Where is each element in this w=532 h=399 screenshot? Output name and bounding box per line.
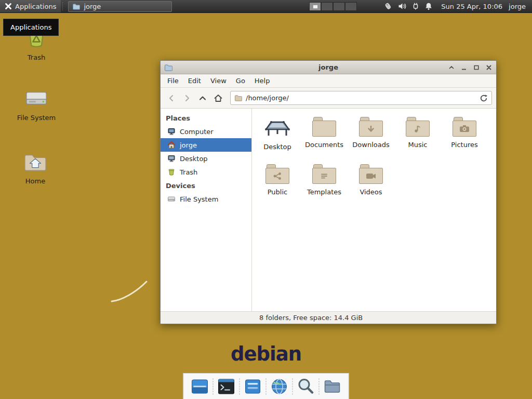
dock-item-file-manager[interactable] [321, 375, 344, 398]
applications-tooltip: Applications [3, 19, 59, 36]
drive-icon [24, 87, 48, 109]
xfce-logo-icon [5, 3, 12, 10]
sidebar-item-computer[interactable]: Computer [161, 125, 251, 138]
file-manager-window: jorge F [160, 60, 497, 324]
folder-icon [312, 164, 336, 184]
folder-item-templates[interactable]: Templates [301, 164, 348, 196]
dock-separator [292, 378, 293, 395]
folder-item-documents[interactable]: Documents [301, 117, 348, 151]
sidebar-header-devices: Devices [161, 179, 251, 192]
menubar: File Edit View Go Help [161, 74, 496, 88]
taskbar-button[interactable]: jorge [68, 1, 172, 12]
reload-icon[interactable] [480, 94, 488, 102]
user-menu[interactable]: jorge [509, 3, 526, 10]
maximize-button[interactable] [473, 64, 480, 71]
video-emblem-icon [366, 172, 376, 180]
folder-item-public[interactable]: Public [254, 164, 301, 196]
folder-item-pictures[interactable]: Pictures [441, 117, 488, 151]
sidebar-item-trash[interactable]: Trash [161, 165, 251, 179]
workspace-window-thumb [313, 5, 318, 9]
back-button[interactable] [165, 91, 178, 105]
folder-label: Videos [360, 188, 382, 196]
dock-separator [240, 378, 240, 395]
menu-go[interactable]: Go [231, 75, 250, 86]
dock-separator [266, 378, 267, 395]
dock-item-desktop[interactable] [189, 375, 211, 398]
workspace-1[interactable] [309, 2, 321, 11]
home-folder-icon [23, 152, 47, 172]
dock-separator [213, 378, 214, 395]
sidebar-item-desktop[interactable]: Desktop [161, 152, 251, 165]
folder-icon [359, 164, 383, 184]
trash-icon [167, 168, 176, 176]
workspace-2[interactable] [321, 2, 333, 11]
folder-label: Public [268, 188, 287, 196]
dock-item-app-finder[interactable] [295, 375, 317, 398]
notification-bell-icon[interactable] [424, 2, 433, 10]
folder-icon [406, 117, 430, 137]
sidebar-item-label: File System [180, 195, 218, 203]
sidebar: Places Computer jorge [161, 109, 252, 311]
sidebar-item-file-system[interactable]: File System [161, 192, 251, 206]
forward-button[interactable] [180, 91, 194, 105]
menu-help[interactable]: Help [250, 75, 275, 86]
menu-view[interactable]: View [206, 75, 231, 86]
folder-item-downloads[interactable]: Downloads [348, 117, 394, 151]
app-finder-icon [297, 377, 315, 396]
up-button[interactable] [196, 91, 209, 105]
workspace-switcher[interactable] [309, 2, 357, 11]
menu-edit[interactable]: Edit [183, 75, 206, 86]
up-icon [198, 94, 207, 102]
desktop-icon [167, 154, 176, 163]
drive-icon [167, 195, 176, 203]
close-icon [486, 64, 492, 71]
folder-label: Downloads [352, 141, 389, 149]
camera-emblem-icon [459, 125, 470, 132]
sidebar-item-label: Computer [180, 128, 214, 136]
folder-label: Documents [305, 141, 343, 149]
desktop[interactable]: { "colors": { "desktop_bg": "#b18e2b", "… [0, 0, 532, 399]
back-icon [167, 94, 176, 102]
desktop-icon-file-system[interactable]: File System [12, 87, 60, 122]
power-manager-icon[interactable] [413, 2, 419, 10]
dock-item-terminal[interactable] [215, 375, 238, 398]
volume-icon[interactable] [398, 2, 407, 10]
titlebar[interactable]: jorge [161, 61, 496, 74]
computer-icon [167, 127, 176, 136]
forward-icon [183, 94, 191, 102]
applications-menu-button[interactable]: Applications [0, 0, 61, 12]
desk-icon [265, 117, 290, 139]
wallpaper-swirl [109, 278, 151, 304]
folder-item-music[interactable]: Music [394, 117, 441, 151]
dock-item-settings[interactable] [242, 375, 264, 398]
file-list[interactable]: Desktop Documents [252, 109, 496, 311]
desktop-settings-icon [191, 377, 209, 396]
desktop-icon-home[interactable]: Home [11, 152, 59, 185]
folder-icon [265, 164, 289, 184]
window-icon [164, 63, 172, 72]
share-emblem-icon [273, 172, 282, 180]
download-emblem-icon [367, 125, 375, 133]
path-bar[interactable]: /home/jorge/ [230, 91, 492, 105]
home-icon [214, 94, 223, 103]
home-button[interactable] [211, 91, 225, 105]
clock[interactable]: Sun 25 Apr, 10:06 [441, 3, 502, 10]
sidebar-item-jorge[interactable]: jorge [161, 138, 251, 152]
workspace-4[interactable] [345, 2, 357, 11]
toolbar: /home/jorge/ [161, 88, 496, 109]
folder-item-videos[interactable]: Videos [348, 164, 394, 196]
mouse-tray-icon[interactable] [382, 1, 394, 12]
folder-item-desktop[interactable]: Desktop [254, 117, 301, 151]
menu-file[interactable]: File [163, 75, 183, 86]
sidebar-header-places: Places [161, 111, 251, 125]
terminal-icon [217, 377, 236, 396]
folder-icon [453, 117, 476, 137]
dock-item-web-browser[interactable] [268, 375, 291, 398]
status-text: 8 folders, Free space: 14.4 GiB [259, 314, 363, 322]
sidebar-item-label: Trash [180, 168, 197, 176]
home-icon [167, 141, 176, 149]
workspace-3[interactable] [333, 2, 345, 11]
shade-button[interactable] [448, 64, 455, 71]
minimize-button[interactable] [460, 64, 468, 71]
close-button[interactable] [485, 64, 493, 71]
